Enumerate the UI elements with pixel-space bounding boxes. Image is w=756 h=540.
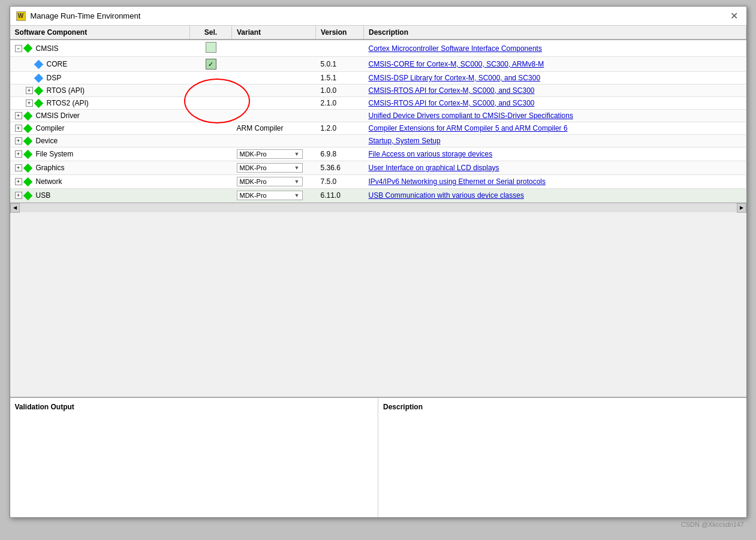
- description-link[interactable]: IPv4/IPv6 Networking using Ethernet or S…: [369, 177, 546, 186]
- description-link[interactable]: User Interface on graphical LCD displays: [369, 164, 499, 172]
- variant-cell[interactable]: [232, 57, 316, 72]
- description-cell[interactable]: CMSIS-RTOS API for Cortex-M, SC000, and …: [364, 85, 746, 97]
- version-cell: [316, 110, 364, 122]
- checkbox-checked[interactable]: ✓: [206, 59, 216, 70]
- checkbox-empty-green[interactable]: [206, 42, 216, 53]
- expand-button[interactable]: +: [26, 99, 33, 107]
- description-link[interactable]: File Access on various storage devices: [369, 150, 493, 158]
- description-link[interactable]: Compiler Extensions for ARM Compiler 5 a…: [369, 124, 568, 132]
- table-row: +RTOS2 (API)2.1.0CMSIS-RTOS API for Cort…: [10, 97, 746, 110]
- version-cell: 5.36.6: [316, 161, 364, 175]
- table-wrapper: Software Component Sel. Variant Version …: [10, 26, 746, 203]
- version-cell: 7.5.0: [316, 175, 364, 189]
- expand-button[interactable]: +: [15, 137, 22, 144]
- expand-button[interactable]: +: [15, 192, 22, 199]
- sel-cell[interactable]: [190, 161, 232, 175]
- sel-cell[interactable]: [190, 135, 232, 147]
- description-header: Description: [383, 403, 742, 411]
- component-label: Device: [36, 137, 58, 145]
- variant-cell[interactable]: MDK-Pro▼: [232, 161, 316, 175]
- expand-button[interactable]: +: [26, 87, 33, 94]
- description-link[interactable]: Startup, System Setup: [369, 137, 441, 145]
- expand-button[interactable]: +: [15, 150, 22, 158]
- description-cell[interactable]: CMSIS-DSP Library for Cortex-M, SC000, a…: [364, 72, 746, 85]
- dropdown-arrow-icon: ▼: [294, 151, 300, 157]
- dropdown-arrow-icon: ▼: [294, 165, 300, 171]
- variant-cell[interactable]: [232, 110, 316, 122]
- description-link[interactable]: CMSIS-RTOS API for Cortex-M, SC000, and …: [369, 86, 535, 95]
- scroll-left-arrow[interactable]: ◀: [10, 203, 20, 213]
- title-bar: W Manage Run-Time Environment ✕: [10, 7, 746, 26]
- description-link[interactable]: Unified Device Drivers compliant to CMSI…: [369, 111, 573, 120]
- variant-dropdown[interactable]: MDK-Pro▼: [237, 191, 303, 200]
- sel-cell[interactable]: ✓: [190, 57, 232, 72]
- description-cell[interactable]: USB Communication with various device cl…: [364, 189, 746, 203]
- component-label: CMSIS Driver: [36, 111, 80, 120]
- description-cell[interactable]: Compiler Extensions for ARM Compiler 5 a…: [364, 122, 746, 135]
- description-cell[interactable]: Unified Device Drivers compliant to CMSI…: [364, 110, 746, 122]
- expand-button[interactable]: +: [15, 125, 22, 132]
- expand-button[interactable]: +: [15, 178, 22, 185]
- variant-cell[interactable]: MDK-Pro▼: [232, 189, 316, 203]
- app-icon: W: [16, 11, 26, 21]
- variant-cell[interactable]: [232, 135, 316, 147]
- description-link[interactable]: Cortex Microcontroller Software Interfac…: [369, 44, 542, 53]
- sel-cell[interactable]: [190, 147, 232, 161]
- variant-dropdown[interactable]: MDK-Pro▼: [237, 163, 303, 173]
- variant-cell[interactable]: [232, 85, 316, 97]
- expand-button[interactable]: −: [15, 45, 22, 52]
- sel-cell[interactable]: [190, 72, 232, 85]
- table-row: +DeviceStartup, System Setup: [10, 135, 746, 147]
- component-cell: +RTOS (API): [10, 85, 190, 97]
- description-cell[interactable]: CMSIS-RTOS API for Cortex-M, SC000, and …: [364, 97, 746, 110]
- description-cell[interactable]: File Access on various storage devices: [364, 147, 746, 161]
- sel-cell[interactable]: [190, 97, 232, 110]
- table-row: +RTOS (API)1.0.0CMSIS-RTOS API for Corte…: [10, 85, 746, 97]
- scroll-right-arrow[interactable]: ▶: [737, 203, 746, 213]
- version-cell: 1.2.0: [316, 122, 364, 135]
- variant-dropdown[interactable]: MDK-Pro▼: [237, 149, 303, 159]
- description-link[interactable]: CMSIS-CORE for Cortex-M, SC000, SC300, A…: [369, 60, 544, 68]
- sel-cell[interactable]: [190, 40, 232, 57]
- variant-cell[interactable]: MDK-Pro▼: [232, 147, 316, 161]
- component-cell: +File System: [10, 147, 190, 161]
- table-row: +CompilerARM Compiler1.2.0Compiler Exten…: [10, 122, 746, 135]
- variant-cell[interactable]: [232, 72, 316, 85]
- sel-cell[interactable]: [190, 85, 232, 97]
- description-cell[interactable]: User Interface on graphical LCD displays: [364, 161, 746, 175]
- variant-cell[interactable]: [232, 97, 316, 110]
- sel-cell[interactable]: [190, 110, 232, 122]
- component-label: USB: [36, 191, 51, 200]
- green-diamond-icon: [34, 86, 43, 95]
- component-cell: +USB: [10, 189, 190, 203]
- component-cell: DSP: [10, 72, 190, 85]
- expand-button[interactable]: +: [15, 164, 22, 171]
- component-cell: +Graphics: [10, 161, 190, 175]
- table-row: +CMSIS DriverUnified Device Drivers comp…: [10, 110, 746, 122]
- variant-text: MDK-Pro: [240, 192, 267, 199]
- sel-cell[interactable]: [190, 175, 232, 189]
- version-cell: 1.0.0: [316, 85, 364, 97]
- variant-cell[interactable]: MDK-Pro▼: [232, 175, 316, 189]
- component-cell: −CMSIS: [10, 40, 190, 57]
- table-row: +GraphicsMDK-Pro▼5.36.6User Interface on…: [10, 161, 746, 175]
- variant-dropdown[interactable]: MDK-Pro▼: [237, 177, 303, 186]
- description-cell[interactable]: CMSIS-CORE for Cortex-M, SC000, SC300, A…: [364, 57, 746, 72]
- component-label: Network: [36, 177, 62, 186]
- description-cell[interactable]: Startup, System Setup: [364, 135, 746, 147]
- expand-button[interactable]: +: [15, 112, 22, 119]
- table-area[interactable]: Software Component Sel. Variant Version …: [10, 26, 746, 397]
- horizontal-scrollbar[interactable]: ◀ ▶: [10, 203, 746, 212]
- variant-cell[interactable]: [232, 40, 316, 57]
- sel-cell[interactable]: [190, 189, 232, 203]
- close-button[interactable]: ✕: [728, 10, 740, 22]
- sel-cell[interactable]: [190, 122, 232, 135]
- description-cell[interactable]: Cortex Microcontroller Software Interfac…: [364, 40, 746, 57]
- variant-cell[interactable]: ARM Compiler: [232, 122, 316, 135]
- description-link[interactable]: CMSIS-RTOS API for Cortex-M, SC000, and …: [369, 99, 535, 107]
- description-link[interactable]: USB Communication with various device cl…: [369, 191, 524, 200]
- description-cell[interactable]: IPv4/IPv6 Networking using Ethernet or S…: [364, 175, 746, 189]
- description-link[interactable]: CMSIS-DSP Library for Cortex-M, SC000, a…: [369, 74, 541, 82]
- component-label: RTOS (API): [47, 86, 85, 95]
- version-cell: [316, 40, 364, 57]
